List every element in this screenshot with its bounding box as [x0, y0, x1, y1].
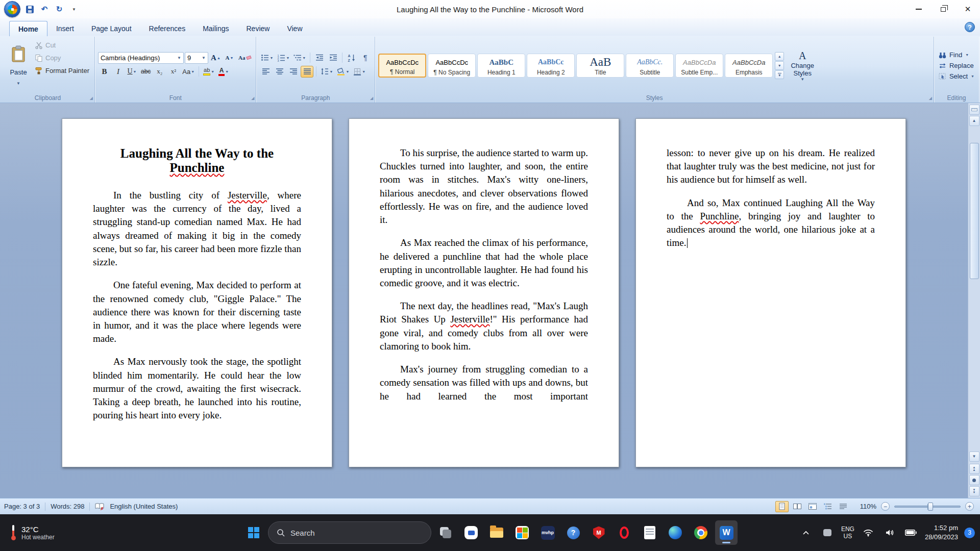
zoom-in-button[interactable]: +: [965, 502, 974, 511]
document-title[interactable]: Laughing All the Way to the Punchline: [93, 146, 301, 175]
task-view-button[interactable]: [434, 520, 457, 545]
multilevel-list-button[interactable]: ▼: [292, 52, 307, 64]
select-button[interactable]: Select ▼: [937, 72, 976, 81]
paragraph[interactable]: lesson: to never give up on his dream. H…: [667, 146, 875, 187]
mvhp-button[interactable]: mvhp: [536, 520, 559, 545]
format-painter-button[interactable]: Format Painter: [33, 65, 91, 77]
paragraph-dialog-launcher[interactable]: ◢: [370, 96, 373, 101]
grow-font-button[interactable]: A▲: [209, 52, 222, 64]
superscript-button[interactable]: x²: [167, 66, 180, 78]
paragraph[interactable]: And so, Max continued Laughing All the W…: [667, 196, 875, 250]
justify-button[interactable]: [301, 66, 313, 78]
view-web-layout-button[interactable]: [806, 501, 819, 512]
paragraph[interactable]: The next day, the headlines read, "Max's…: [380, 299, 588, 353]
sort-button[interactable]: AZ: [345, 52, 358, 64]
select-browse-object-button[interactable]: [969, 475, 979, 485]
font-size-select[interactable]: 9 ▼: [185, 52, 208, 64]
style-chip-heading-2[interactable]: AaBbCc Heading 2: [527, 54, 575, 78]
document-page-2[interactable]: To his surprise, the audience started to…: [349, 118, 619, 467]
scrollbar-track[interactable]: [969, 127, 979, 451]
volume-button[interactable]: [882, 522, 897, 543]
scrollbar-thumb[interactable]: [970, 143, 979, 279]
style-chip-emphasis[interactable]: AaBbCcDa Emphasis: [725, 54, 773, 78]
view-full-screen-reading-button[interactable]: [791, 501, 804, 512]
style-chip-subtle-emphasis[interactable]: AaBbCcDa Subtle Emp...: [675, 54, 723, 78]
word-taskbar-button[interactable]: W: [715, 520, 738, 545]
store-button[interactable]: [511, 520, 533, 545]
zoom-out-button[interactable]: −: [881, 502, 890, 511]
tab-insert[interactable]: Insert: [47, 21, 83, 36]
minimize-button[interactable]: [906, 1, 931, 18]
tab-review[interactable]: Review: [238, 21, 279, 36]
find-button[interactable]: Find ▼: [937, 51, 976, 59]
copy-button[interactable]: Copy: [33, 52, 91, 64]
close-button[interactable]: ✕: [955, 1, 980, 18]
chat-button[interactable]: [460, 520, 482, 545]
undo-button[interactable]: ↶: [39, 4, 50, 15]
increase-indent-button[interactable]: [327, 52, 339, 64]
edge-button[interactable]: [664, 520, 687, 545]
tab-mailings[interactable]: Mailings: [194, 21, 237, 36]
tab-view[interactable]: View: [278, 21, 311, 36]
network-button[interactable]: [861, 522, 876, 543]
line-spacing-button[interactable]: ▼: [319, 66, 334, 78]
style-chip-no-spacing[interactable]: AaBbCcDc ¶ No Spacing: [428, 54, 476, 78]
numbering-button[interactable]: 123 ▼: [276, 52, 291, 64]
style-chip-heading-1[interactable]: AaBbC Heading 1: [477, 54, 525, 78]
tab-references[interactable]: References: [140, 21, 194, 36]
status-language[interactable]: English (United States): [110, 503, 178, 510]
status-page-count[interactable]: Page: 3 of 3: [4, 503, 40, 510]
mcafee-button[interactable]: M: [587, 520, 610, 545]
bullets-button[interactable]: ▼: [259, 52, 275, 64]
tab-page-layout[interactable]: Page Layout: [83, 21, 140, 36]
clipboard-dialog-launcher[interactable]: ◢: [90, 96, 93, 101]
weather-widget[interactable]: 32°C Hot weather: [4, 518, 61, 547]
clock[interactable]: 1:52 pm 28/09/2023: [925, 523, 958, 541]
highlight-color-button[interactable]: ab ▼: [202, 66, 216, 78]
zoom-slider-knob[interactable]: [928, 503, 933, 511]
file-explorer-button[interactable]: [485, 520, 508, 545]
document-page-1[interactable]: Laughing All the Way to the Punchline In…: [62, 118, 332, 467]
opera-button[interactable]: [613, 520, 635, 545]
search-box[interactable]: Search: [268, 521, 431, 544]
styles-gallery-expand-button[interactable]: ▼: [775, 70, 784, 79]
start-button[interactable]: [242, 520, 265, 545]
font-color-button[interactable]: A ▼: [217, 66, 230, 78]
font-dialog-launcher[interactable]: ◢: [251, 96, 254, 101]
tray-hidden-app-button[interactable]: [820, 522, 835, 543]
tab-home[interactable]: Home: [9, 21, 47, 36]
paragraph[interactable]: To his surprise, the audience started to…: [380, 146, 588, 227]
view-outline-button[interactable]: [821, 501, 835, 512]
paragraph[interactable]: In the bustling city of Jesterville, whe…: [93, 189, 301, 269]
shrink-font-button[interactable]: A▼: [223, 52, 236, 64]
subscript-button[interactable]: x₂: [153, 66, 166, 78]
save-button[interactable]: [24, 4, 35, 15]
styles-dialog-launcher[interactable]: ◢: [929, 96, 932, 101]
cut-button[interactable]: Cut: [33, 39, 91, 51]
redo-button[interactable]: ↻: [54, 4, 65, 15]
view-draft-button[interactable]: [837, 501, 850, 512]
style-chip-title[interactable]: AaB Title: [576, 54, 624, 78]
battery-button[interactable]: [903, 522, 919, 543]
change-case-button[interactable]: Aa▼: [181, 66, 196, 78]
clear-formatting-button[interactable]: Aa: [237, 52, 253, 64]
help-button[interactable]: ?: [965, 22, 975, 32]
paragraph[interactable]: As Max nervously took the stage, the spo…: [93, 355, 301, 422]
proofing-status-button[interactable]: ✗: [95, 503, 105, 510]
status-word-count[interactable]: Words: 298: [51, 503, 84, 510]
shading-button[interactable]: ▼: [335, 66, 351, 78]
notepad-button[interactable]: [639, 520, 661, 545]
italic-button[interactable]: I: [112, 66, 125, 78]
language-indicator[interactable]: ENG US: [841, 525, 854, 540]
scroll-up-button[interactable]: ▲: [969, 116, 979, 126]
change-styles-button[interactable]: A Change Styles ▼: [786, 48, 819, 84]
scroll-down-button[interactable]: ▼: [969, 452, 979, 462]
paragraph[interactable]: One fateful evening, Max decided to perf…: [93, 279, 301, 345]
restore-button[interactable]: [931, 1, 955, 18]
font-name-select[interactable]: Cambria (Headings) ▼: [98, 52, 184, 64]
align-left-button[interactable]: [259, 66, 272, 78]
paragraph[interactable]: Max's journey from struggling comedian t…: [380, 363, 588, 403]
zoom-level[interactable]: 110%: [860, 503, 876, 510]
notification-badge[interactable]: 3: [964, 528, 975, 538]
bold-button[interactable]: B: [98, 66, 111, 78]
